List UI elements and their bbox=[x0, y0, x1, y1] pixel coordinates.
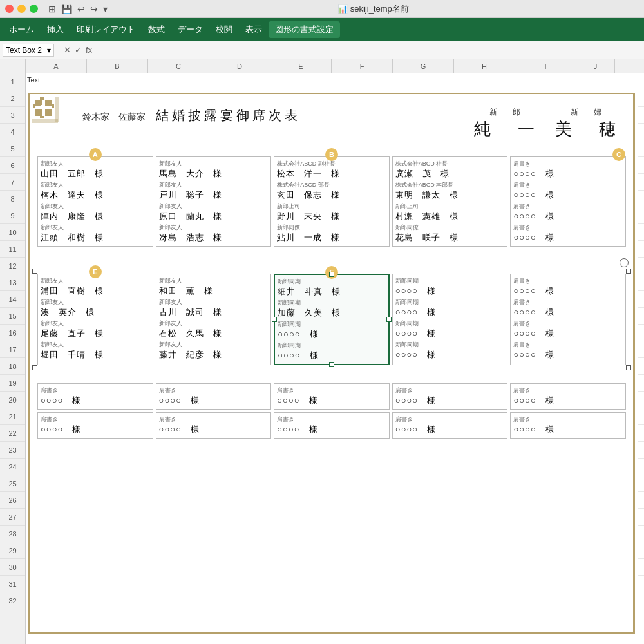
minimize-button[interactable] bbox=[17, 5, 26, 13]
rotate-handle[interactable] bbox=[620, 258, 629, 267]
sel-handle-t[interactable] bbox=[329, 272, 334, 277]
row-num-22: 22 bbox=[0, 425, 25, 442]
grid-area: 1 2 3 4 5 6 7 8 9 10 11 12 13 14 15 16 1… bbox=[0, 73, 644, 644]
row-num-1: 1 bbox=[0, 73, 25, 90]
row-num-32: 32 bbox=[0, 592, 25, 609]
svg-rect-3 bbox=[45, 109, 52, 116]
table-C: C 肩書き ○○○○ 様 肩書き ○○○○ 様 肩書き ○○○○ 様 肩書き ○… bbox=[510, 156, 626, 247]
menu-review[interactable]: 校閲 bbox=[209, 21, 239, 38]
menu-insert[interactable]: 挿入 bbox=[41, 21, 70, 38]
grid-icon[interactable]: ⊞ bbox=[48, 4, 56, 14]
family-names: 鈴木家 佐藤家 bbox=[82, 109, 146, 124]
svg-rect-6 bbox=[33, 104, 35, 108]
column-headers: A B C D E F G H I J bbox=[0, 59, 644, 73]
row-num-29: 29 bbox=[0, 542, 25, 559]
row-num-7: 7 bbox=[0, 174, 25, 191]
row-num-28: 28 bbox=[0, 526, 25, 542]
sel-handle-b[interactable] bbox=[329, 362, 334, 367]
corner-decoration bbox=[29, 93, 68, 132]
role-3: 新郎友人 bbox=[41, 202, 150, 211]
row-num-20: 20 bbox=[0, 392, 25, 408]
titlebar-title: 📊 sekiji_temp名前 bbox=[108, 3, 639, 15]
svg-rect-9 bbox=[32, 119, 58, 123]
table-F-selected[interactable]: F 新郎同期 細井 斗真 様 新郎同期 加藤 久美 様 新郎同期 ○○○○ 様 bbox=[274, 274, 390, 365]
cell-reference[interactable]: Text Box 2 ▾ bbox=[3, 44, 54, 57]
redo-icon[interactable]: ↪ bbox=[90, 4, 98, 14]
table-section-4: 肩書き ○○○○ 様 肩書き ○○○○ 様 肩書き ○○○○ 様 肩書き bbox=[37, 412, 626, 439]
row-num-15: 15 bbox=[0, 308, 25, 325]
more-icon[interactable]: ▾ bbox=[103, 4, 108, 14]
formula-input[interactable] bbox=[102, 49, 641, 52]
col-header-i[interactable]: I bbox=[515, 59, 576, 73]
table-ph-7: 肩書き ○○○○ 様 bbox=[156, 412, 272, 439]
section-separator bbox=[37, 257, 626, 274]
undo-icon[interactable]: ↩ bbox=[77, 4, 85, 14]
row-num-19: 19 bbox=[0, 375, 25, 392]
guest-4: 江頭 和樹 様 bbox=[41, 232, 150, 243]
formulabar: Text Box 2 ▾ ✕ ✓ fx bbox=[0, 41, 644, 59]
menubar: ホーム 挿入 印刷レイアウト 数式 データ 校閲 表示 図形の書式設定 bbox=[0, 18, 644, 41]
resize-handle-br[interactable] bbox=[626, 365, 631, 370]
svg-rect-4 bbox=[40, 97, 44, 100]
svg-rect-0 bbox=[35, 100, 42, 106]
groom-bride-section: 新 郎 純 一 新 婦 美 穂 bbox=[474, 107, 621, 140]
file-icon: 📊 bbox=[337, 4, 348, 14]
table-no-badge-3: 新郎友人 和田 薫 様 新郎友人 古川 誠司 様 新郎友人 石松 久馬 様 新郎… bbox=[156, 274, 272, 365]
section-separator-2 bbox=[37, 368, 626, 383]
col-header-e[interactable]: E bbox=[270, 59, 332, 73]
bride-name: 美 穂 bbox=[555, 118, 621, 140]
row-num-12: 12 bbox=[0, 258, 25, 274]
toolbar-icons: ⊞ 💾 ↩ ↪ ▾ bbox=[48, 4, 108, 14]
resize-handle-tr[interactable] bbox=[626, 269, 631, 274]
groom-name: 純 一 bbox=[474, 118, 540, 140]
menu-shape-format[interactable]: 図形の書式設定 bbox=[269, 21, 340, 38]
menu-home[interactable]: ホーム bbox=[3, 21, 41, 38]
svg-rect-10 bbox=[41, 105, 43, 108]
menu-print-layout[interactable]: 印刷レイアウト bbox=[70, 21, 142, 38]
table-E: E 新郎友人 浦田 直樹 様 新郎友人 湊 英介 様 新郎友人 尾藤 直子 様 … bbox=[37, 274, 153, 365]
maximize-button[interactable] bbox=[30, 5, 38, 13]
row-num-6: 6 bbox=[0, 157, 25, 174]
table-section-3: 肩書き ○○○○ 様 肩書き ○○○○ 様 肩書き ○○○○ 様 肩書き bbox=[37, 383, 626, 410]
guest-1: 山田 五郎 様 bbox=[41, 168, 150, 180]
table-section-2: E 新郎友人 浦田 直樹 様 新郎友人 湊 英介 様 新郎友人 尾藤 直子 様 … bbox=[37, 274, 626, 365]
resize-handle-bl[interactable] bbox=[32, 365, 37, 370]
col-header-f[interactable]: F bbox=[332, 59, 393, 73]
resize-handle-tl[interactable] bbox=[32, 269, 37, 274]
menu-formula[interactable]: 数式 bbox=[142, 21, 171, 38]
row-num-10: 10 bbox=[0, 224, 25, 241]
row-num-27: 27 bbox=[0, 509, 25, 526]
traffic-lights[interactable] bbox=[5, 5, 38, 13]
table-ph-6: 肩書き ○○○○ 様 bbox=[37, 412, 153, 439]
table-no-badge-2: 株式会社ABCD 社長 廣瀬 茂 様 株式会社ABCD 本部長 東明 謙太 様 … bbox=[392, 156, 508, 247]
col-header-a[interactable]: A bbox=[26, 59, 87, 73]
guest-2: 楠木 達夫 様 bbox=[41, 189, 150, 201]
row-num-13: 13 bbox=[0, 274, 25, 291]
col-header-d[interactable]: D bbox=[209, 59, 270, 73]
cell-ref-arrow[interactable]: ▾ bbox=[47, 46, 51, 55]
col-header-h[interactable]: H bbox=[454, 59, 515, 73]
save-icon[interactable]: 💾 bbox=[61, 4, 72, 14]
row-num-31: 31 bbox=[0, 576, 25, 592]
row-num-header bbox=[0, 59, 26, 73]
spreadsheet: A B C D E F G H I J 1 2 3 4 5 6 7 8 9 10… bbox=[0, 59, 644, 644]
confirm-formula-icon[interactable]: ✓ bbox=[75, 45, 82, 55]
cancel-formula-icon[interactable]: ✕ bbox=[64, 45, 71, 55]
table-placeholder-1: 肩書き ○○○○ 様 肩書き ○○○○ 様 肩書き ○○○○ 様 肩書き ○○○… bbox=[510, 274, 626, 365]
col-header-c[interactable]: C bbox=[148, 59, 209, 73]
sel-handle-l[interactable] bbox=[272, 317, 277, 322]
menu-view[interactable]: 表示 bbox=[239, 21, 269, 38]
formula-icons: ✕ ✓ fx bbox=[60, 45, 96, 55]
close-button[interactable] bbox=[5, 5, 14, 13]
sel-handle-r[interactable] bbox=[386, 317, 392, 322]
role-4: 新郎友人 bbox=[41, 223, 150, 232]
table-ph-5: 肩書き ○○○○ 様 bbox=[510, 383, 626, 410]
col-header-g[interactable]: G bbox=[393, 59, 454, 73]
col-header-b[interactable]: B bbox=[87, 59, 148, 73]
menu-data[interactable]: データ bbox=[171, 21, 209, 38]
table-badge-A: A bbox=[89, 148, 102, 161]
col-header-j[interactable]: J bbox=[576, 59, 615, 73]
row-num-23: 23 bbox=[0, 442, 25, 459]
cells-area[interactable]: 鈴木家 佐藤家 結婚披露宴御席次表 新 郎 純 一 新 婦 bbox=[26, 73, 644, 644]
table-ph-8: 肩書き ○○○○ 様 bbox=[274, 412, 390, 439]
